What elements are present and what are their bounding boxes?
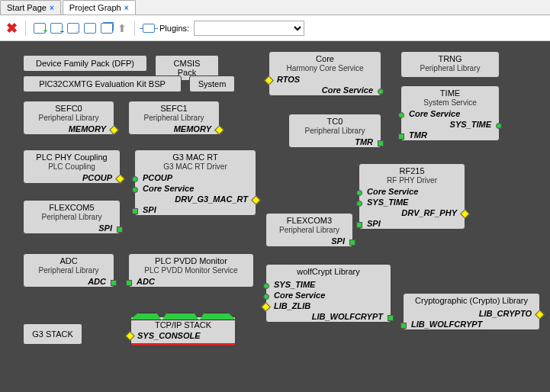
port-sys-time: SYS_TIME (359, 197, 465, 207)
block-title: RF215 (359, 164, 465, 176)
block-sefc0[interactable]: SEFC0 Peripheral Library MEMORY (23, 101, 114, 135)
btn-system[interactable]: System (189, 76, 235, 92)
port-spi: SPI (24, 223, 120, 233)
btn-bsp[interactable]: PIC32CXMTG Evaluation Kit BSP (23, 76, 182, 92)
block-title: ADC (24, 254, 114, 266)
diamond-port-icon[interactable] (214, 125, 224, 135)
up-arrow-icon[interactable]: ⬆ (117, 22, 127, 34)
square-port-icon[interactable] (378, 140, 384, 146)
circle-port-icon[interactable] (356, 201, 362, 207)
block-sefc1[interactable]: SEFC1 Peripheral Library MEMORY (128, 101, 220, 135)
block-flexcom3[interactable]: FLEXCOM3 Peripheral Library SPI (265, 213, 353, 247)
circle-port-icon[interactable] (132, 187, 138, 193)
circle-port-icon[interactable] (378, 88, 384, 95)
block-tc0[interactable]: TC0 Peripheral Library TMR (288, 114, 381, 148)
block-core[interactable]: Core Harmony Core Service RTOS Core Serv… (269, 51, 381, 96)
square-port-icon[interactable] (132, 208, 138, 214)
port-core-service: Core Service (266, 290, 391, 300)
block-pvdd[interactable]: PLC PVDD Monitor PLC PVDD Monitor Servic… (128, 253, 254, 288)
block-crypto[interactable]: Cryptographic (Crypto) Library LIB_CRYPT… (403, 293, 540, 330)
block-wolfcrypt[interactable]: wolfCrypt Library SYS_TIME Core Service … (265, 264, 391, 323)
tab-label: Project Graph (69, 3, 121, 12)
port-pcoup: PCOUP (24, 172, 120, 183)
circle-port-icon[interactable] (356, 190, 362, 196)
port-memory: MEMORY (129, 124, 219, 134)
swap-component-icon[interactable] (67, 23, 79, 34)
block-subtitle: PLC Coupling (24, 162, 120, 172)
port-lib-wolfcrypt: LIB_WOLFCRYPT (404, 319, 539, 329)
diamond-port-icon[interactable] (115, 174, 125, 184)
block-title: SEFC1 (129, 101, 219, 114)
block-subtitle: Peripheral Library (289, 127, 381, 137)
diamond-port-icon[interactable] (460, 209, 470, 219)
separator (25, 21, 26, 36)
square-port-icon[interactable] (117, 227, 123, 233)
remove-component-icon[interactable] (50, 23, 63, 34)
block-title: TRNG (401, 52, 499, 64)
circle-port-icon[interactable] (398, 112, 404, 118)
block-subtitle: System Service (401, 98, 499, 108)
port-lib-wolfcrypt: LIB_WOLFCRYPT (266, 311, 391, 322)
square-port-icon[interactable] (349, 239, 355, 246)
block-title: SEFC0 (24, 101, 114, 114)
plugins-select[interactable] (194, 21, 304, 36)
circle-port-icon[interactable] (496, 123, 502, 129)
port-tmr: TMR (401, 130, 499, 140)
block-trng[interactable]: TRNG Peripheral Library (400, 51, 500, 78)
block-title: PLC PHY Coupling (24, 150, 120, 162)
tab-project-graph[interactable]: Project Graph × (63, 0, 136, 14)
block-subtitle: RF PHY Driver (359, 176, 465, 186)
block-subtitle: PLC PVDD Monitor Service (129, 266, 253, 276)
block-title: TIME (401, 86, 499, 98)
diamond-port-icon[interactable] (264, 76, 274, 85)
diamond-port-icon[interactable] (535, 310, 545, 320)
circle-port-icon[interactable] (132, 176, 138, 182)
block-g3mac[interactable]: G3 MAC RT G3 MAC RT Driver PCOUP Core Se… (134, 149, 256, 216)
diamond-port-icon[interactable] (109, 125, 119, 135)
block-title: TC0 (289, 114, 381, 127)
port-core-service: Core Service (269, 85, 381, 95)
circle-port-icon[interactable] (263, 283, 269, 289)
block-subtitle: Peripheral Library (129, 114, 219, 124)
port-spi: SPI (359, 218, 465, 229)
block-tcpip-stack[interactable]: TCP/IP STACK SYS_CONSOLE (130, 316, 236, 347)
duplicate-icon[interactable] (101, 23, 113, 34)
block-subtitle: Peripheral Library (24, 114, 114, 124)
graph-canvas[interactable]: Device Family Pack (DFP) CMSIS Pack PIC3… (0, 41, 550, 392)
square-port-icon[interactable] (388, 315, 394, 321)
diamond-port-icon[interactable] (261, 302, 271, 312)
block-subtitle: Peripheral Library (24, 213, 120, 223)
diamond-port-icon[interactable] (251, 195, 261, 205)
port-core-service: Core Service (135, 183, 256, 194)
close-icon[interactable]: × (124, 4, 129, 12)
btn-dfp[interactable]: Device Family Pack (DFP) (23, 55, 147, 72)
separator (134, 21, 135, 36)
block-adc[interactable]: ADC Peripheral Library ADC (23, 253, 114, 288)
square-port-icon[interactable] (400, 323, 407, 329)
component-icon[interactable] (84, 23, 96, 34)
block-rf215[interactable]: RF215 RF PHY Driver Core Service SYS_TIM… (359, 163, 465, 230)
port-drv-rf: DRV_RF_PHY (359, 207, 465, 218)
btn-g3stack[interactable]: G3 STACK (23, 323, 82, 345)
diamond-port-icon[interactable] (125, 331, 135, 341)
port-adc: ADC (24, 276, 114, 287)
port-tmr: TMR (289, 137, 381, 147)
block-flexcom5[interactable]: FLEXCOM5 Peripheral Library SPI (23, 200, 121, 234)
node-icon[interactable] (143, 24, 155, 33)
delete-icon[interactable]: ✖ (6, 20, 18, 37)
square-port-icon[interactable] (398, 133, 404, 140)
close-icon[interactable]: × (50, 4, 54, 12)
square-port-icon[interactable] (111, 280, 117, 286)
square-port-icon[interactable] (356, 222, 362, 228)
block-time[interactable]: TIME System Service Core Service SYS_TIM… (400, 85, 500, 141)
square-port-icon[interactable] (126, 280, 132, 286)
block-subtitle: Peripheral Library (401, 64, 499, 77)
block-subtitle: G3 MAC RT Driver (135, 162, 256, 172)
block-subtitle: Harmony Core Service (269, 64, 381, 74)
circle-port-icon[interactable] (263, 294, 269, 300)
block-plcphy[interactable]: PLC PHY Coupling PLC Coupling PCOUP (23, 149, 121, 184)
block-title: PLC PVDD Monitor (129, 254, 253, 266)
tab-start-page[interactable]: Start Page × (0, 0, 61, 14)
add-component-icon[interactable] (34, 23, 46, 34)
port-sys-time: SYS_TIME (266, 279, 391, 290)
